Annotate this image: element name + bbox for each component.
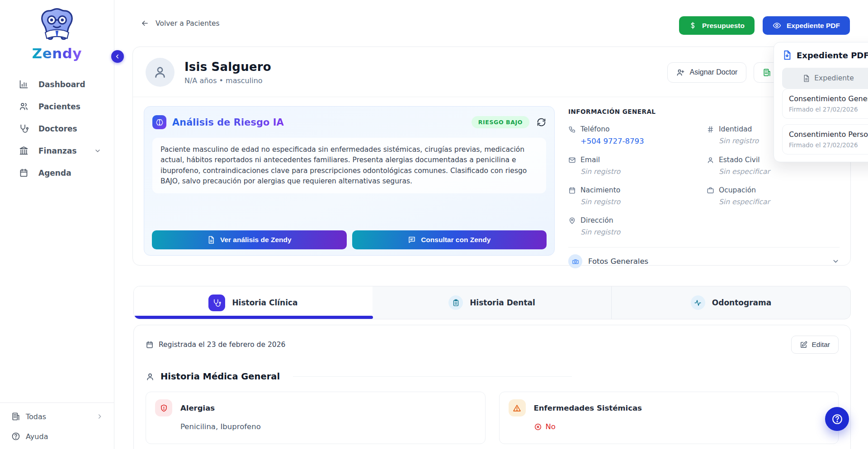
tab-odontograma[interactable]: Odontograma bbox=[611, 286, 850, 319]
file-text-icon bbox=[207, 236, 215, 244]
ver-analisis-button[interactable]: Ver análisis de Zendy bbox=[152, 230, 347, 249]
tab-label: Odontograma bbox=[712, 298, 771, 307]
dollar-icon bbox=[689, 22, 697, 29]
asignar-doctor-button[interactable]: Asignar Doctor bbox=[667, 62, 747, 83]
card-title: Alergias bbox=[180, 404, 215, 412]
patient-card: Isis Salguero N/A años • masculino Asign… bbox=[132, 47, 851, 266]
edit-icon bbox=[800, 341, 807, 349]
section-title: Historia Médica General bbox=[160, 371, 280, 382]
top-actions: Presupuesto Expediente PDF bbox=[679, 16, 850, 35]
calendar-icon bbox=[568, 187, 576, 194]
bar-chart-icon bbox=[19, 80, 28, 89]
expediente-pdf-label: Expediente PDF bbox=[787, 22, 840, 30]
stethoscope-icon bbox=[208, 295, 225, 311]
help-circle-icon bbox=[831, 413, 843, 425]
divider bbox=[568, 247, 840, 248]
consent-general-item[interactable]: Consentimiento General Firmado el 27/02/… bbox=[782, 89, 868, 119]
eye-icon bbox=[773, 21, 781, 30]
alergias-card: Alergias Penicilina, Ibuprofeno bbox=[146, 392, 486, 444]
chevron-left-icon bbox=[114, 53, 121, 60]
help-label: Ayuda bbox=[26, 432, 48, 441]
user-plus-icon bbox=[676, 68, 685, 77]
consultar-zendy-button[interactable]: Consultar con Zendy bbox=[352, 230, 547, 249]
back-to-patients-link[interactable]: Volver a Pacientes bbox=[141, 19, 220, 28]
logo: Zendy bbox=[0, 0, 114, 61]
sidebar-item-doctores[interactable]: Doctores bbox=[0, 117, 114, 140]
ai-card-title: Análisis de Riesgo IA bbox=[172, 117, 284, 128]
tab-label: Historia Clínica bbox=[232, 298, 297, 307]
chevron-right-icon bbox=[96, 413, 103, 420]
tab-historia-dental[interactable]: Historia Dental bbox=[373, 286, 611, 319]
clipboard-icon bbox=[448, 295, 463, 310]
info-field-email: Email Sin registro bbox=[568, 156, 701, 176]
info-field-telefono: Teléfono +504 9727-8793 bbox=[568, 125, 701, 145]
sidebar-item-agenda[interactable]: Agenda bbox=[0, 162, 114, 184]
help-fab-button[interactable] bbox=[825, 407, 849, 431]
sidebar-item-label: Agenda bbox=[38, 168, 71, 178]
sidebar-item-label: Pacientes bbox=[38, 102, 80, 111]
chevron-down-icon bbox=[94, 147, 101, 154]
stethoscope-icon bbox=[19, 124, 28, 133]
tab-label: Historia Dental bbox=[470, 298, 535, 307]
user-icon bbox=[707, 156, 714, 164]
shield-alert-icon bbox=[155, 399, 172, 416]
editar-label: Editar bbox=[812, 341, 830, 349]
card-title: Enfermedades Sistémicas bbox=[534, 404, 642, 412]
editar-button[interactable]: Editar bbox=[791, 336, 839, 354]
phone-icon bbox=[568, 126, 576, 133]
sidebar-item-pacientes[interactable]: Pacientes bbox=[0, 95, 114, 117]
sidebar: Zendy Dashboard Pacientes Doctores Finan… bbox=[0, 0, 114, 449]
ai-risk-card: Análisis de Riesgo IA RIESGO BAJO Pacien… bbox=[144, 106, 555, 256]
user-icon bbox=[153, 65, 167, 80]
ver-analisis-label: Ver análisis de Zendy bbox=[220, 236, 292, 244]
message-square-icon bbox=[408, 236, 416, 244]
clinic-selector-todas[interactable]: Todas bbox=[0, 407, 114, 426]
main-content: Volver a Pacientes Presupuesto Expedient… bbox=[114, 0, 868, 449]
historia-clinica-panel: Registrada el 23 de febrero de 2026 Edit… bbox=[133, 325, 851, 449]
clinic-building-icon bbox=[763, 68, 771, 77]
tab-historia-clinica[interactable]: Historia Clínica bbox=[134, 286, 373, 319]
document-icon bbox=[802, 75, 810, 82]
enfermedades-card: Enfermedades Sistémicas No bbox=[499, 392, 839, 444]
active-tab-indicator bbox=[134, 316, 373, 319]
clinic-selector-label: Todas bbox=[26, 412, 46, 421]
arrow-left-icon bbox=[141, 19, 149, 28]
info-field-direccion: Dirección Sin registro bbox=[568, 216, 701, 236]
expediente-tab-button[interactable]: Expediente bbox=[782, 68, 868, 89]
hash-icon bbox=[707, 126, 714, 133]
fotos-generales-toggle[interactable]: Fotos Generales bbox=[568, 254, 840, 268]
risk-badge: RIESGO BAJO bbox=[472, 116, 529, 128]
fotos-generales-label: Fotos Generales bbox=[588, 257, 648, 266]
patient-name: Isis Salguero bbox=[184, 60, 271, 74]
user-icon bbox=[146, 372, 155, 381]
enfermedades-value: No bbox=[534, 422, 830, 431]
calendar-icon bbox=[146, 341, 154, 349]
help-link[interactable]: Ayuda bbox=[0, 426, 114, 446]
expediente-pdf-dropdown: Expediente PDF Expediente Consentimiento… bbox=[774, 42, 868, 162]
phone-link[interactable]: +504 9727-8793 bbox=[580, 137, 701, 145]
registered-date: Registrada el 23 de febrero de 2026 bbox=[159, 341, 285, 349]
info-field-ocupacion: Ocupación Sin especificar bbox=[707, 186, 840, 206]
presupuesto-button[interactable]: Presupuesto bbox=[679, 16, 755, 35]
back-label: Volver a Pacientes bbox=[156, 19, 220, 28]
sidebar-item-label: Finanzas bbox=[38, 146, 77, 155]
sidebar-collapse-button[interactable] bbox=[111, 50, 124, 63]
consent-personal-item[interactable]: Consentimiento Personal Firmado el 27/02… bbox=[782, 124, 868, 154]
refresh-icon[interactable] bbox=[537, 117, 546, 127]
activity-icon bbox=[691, 295, 705, 310]
building-icon bbox=[11, 412, 20, 421]
help-circle-icon bbox=[11, 432, 20, 441]
sidebar-item-finanzas[interactable]: Finanzas bbox=[0, 140, 114, 162]
ai-summary-text: Paciente masculino de edad no especifica… bbox=[152, 138, 546, 193]
avatar bbox=[146, 58, 175, 87]
sidebar-footer: Todas Ayuda bbox=[0, 402, 114, 449]
expediente-tab-label: Expediente bbox=[814, 74, 854, 82]
sidebar-item-dashboard[interactable]: Dashboard bbox=[0, 73, 114, 95]
sidebar-item-label: Doctores bbox=[38, 124, 77, 133]
bank-icon bbox=[19, 146, 28, 155]
alergias-value: Penicilina, Ibuprofeno bbox=[180, 422, 476, 431]
record-tabs: Historia Clínica Historia Dental Odontog… bbox=[133, 286, 851, 319]
alert-triangle-icon bbox=[509, 399, 526, 416]
expediente-pdf-button[interactable]: Expediente PDF bbox=[763, 16, 850, 35]
brain-icon bbox=[152, 115, 166, 129]
